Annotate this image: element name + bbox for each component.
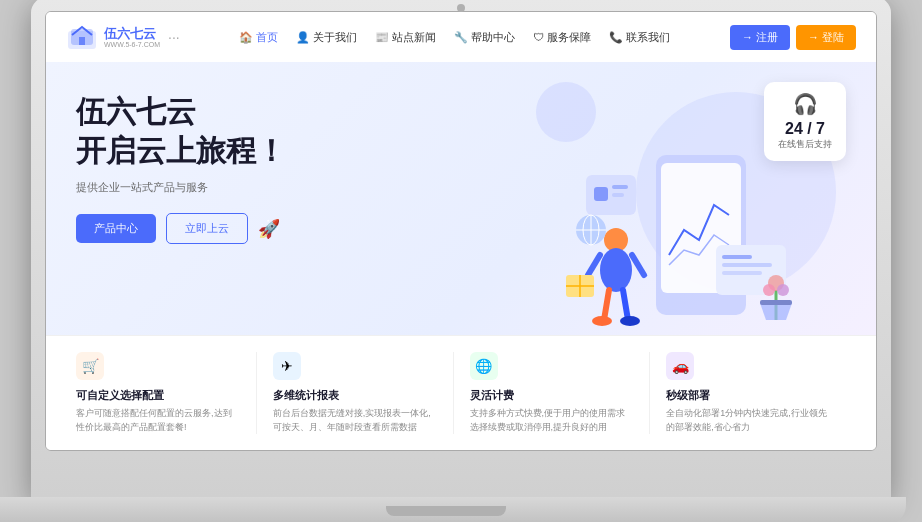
support-text: 在线售后支持 [778,138,832,151]
hero-illustration [526,135,826,335]
hero-buttons: 产品中心 立即上云 🚀 [76,213,506,244]
laptop-body: 伍六七云 WWW.5-6-7.COM ··· 🏠 首页 👤 关于我们 [31,0,891,497]
camera [457,4,465,12]
feature-item-3: 🚗 秒级部署 全自动化部署1分钟内快速完成,行业领先的部署效能,省心省力 [666,352,846,434]
svg-rect-9 [586,175,636,215]
hero-subtitle: 提供企业一站式产品与服务 [76,180,506,195]
svg-line-17 [604,290,609,320]
nav-home-label: 首页 [256,30,278,45]
hero-title-line2: 开启云上旅程！ [76,134,286,167]
svg-point-20 [620,316,640,326]
news-icon: 📰 [375,31,389,44]
svg-rect-10 [594,187,608,201]
hero-main: 伍六七云 开启云上旅程！ 提供企业一站式产品与服务 产品中心 立即上云 🚀 [46,62,876,335]
launch-cloud-button[interactable]: 立即上云 [166,213,248,244]
login-label: 登陆 [822,30,844,45]
contact-icon: 📞 [609,31,623,44]
arrow-icon: 🚀 [258,218,280,240]
nav-item-news[interactable]: 📰 站点新闻 [367,26,444,49]
feature-icon-2: 🌐 [470,352,498,380]
headset-icon: 🎧 [793,92,818,116]
feature-item-2: 🌐 灵活计费 支持多种方式快费,便于用户的使用需求选择续费或取消停用,提升良好的… [470,352,651,434]
register-button[interactable]: → 注册 [730,25,790,50]
nav-item-help[interactable]: 🔧 帮助中心 [446,26,523,49]
hero-title-line1: 伍六七云 [76,95,196,128]
nav-help-label: 帮助中心 [471,30,515,45]
svg-point-27 [763,284,775,296]
feature-title-3: 秒级部署 [666,388,830,403]
login-button[interactable]: → 登陆 [796,25,856,50]
laptop-base [0,497,906,522]
feature-title-0: 可自定义选择配置 [76,388,240,403]
logo-text-area: 伍六七云 WWW.5-6-7.COM [104,26,160,49]
svg-line-15 [588,255,600,275]
feature-title-2: 灵活计费 [470,388,634,403]
laptop-wrapper: 伍六七云 WWW.5-6-7.COM ··· 🏠 首页 👤 关于我们 [16,0,906,522]
nav-news-label: 站点新闻 [392,30,436,45]
register-icon: → [742,31,753,43]
home-icon: 🏠 [239,31,253,44]
svg-rect-8 [722,271,762,275]
svg-rect-6 [722,255,752,259]
support-number: 24 / 7 [785,120,825,138]
product-center-button[interactable]: 产品中心 [76,214,156,243]
navbar: 伍六七云 WWW.5-6-7.COM ··· 🏠 首页 👤 关于我们 [46,12,876,62]
feature-icon-0: 🛒 [76,352,104,380]
hero-title: 伍六七云 开启云上旅程！ [76,92,506,170]
svg-point-14 [600,248,632,292]
logo-main: 伍六七云 [104,26,160,42]
feature-icon-3: 🚗 [666,352,694,380]
nav-item-about[interactable]: 👤 关于我们 [288,26,365,49]
login-icon: → [808,31,819,43]
feature-desc-1: 前台后台数据无缝对接,实现报表一体化,可按天、月、年随时段查看所需数据 [273,407,437,434]
laptop-notch [386,506,506,516]
svg-line-18 [623,290,628,320]
svg-line-16 [632,255,644,275]
about-icon: 👤 [296,31,310,44]
svg-point-28 [777,284,789,296]
feature-desc-3: 全自动化部署1分钟内快速完成,行业领先的部署效能,省心省力 [666,407,830,434]
hero-left: 伍六七云 开启云上旅程！ 提供企业一站式产品与服务 产品中心 立即上云 🚀 [76,82,506,335]
feature-desc-2: 支持多种方式快费,便于用户的使用需求选择续费或取消停用,提升良好的用 [470,407,634,434]
support-badge: 🎧 24 / 7 在线售后支持 [764,82,846,161]
nav-links: 🏠 首页 👤 关于我们 📰 站点新闻 🔧 [192,26,718,49]
laptop-screen: 伍六七云 WWW.5-6-7.COM ··· 🏠 首页 👤 关于我们 [45,11,877,451]
nav-contact-label: 联系我们 [626,30,670,45]
deco-circle-small [536,82,596,142]
feature-title-1: 多维统计报表 [273,388,437,403]
feature-desc-0: 客户可随意搭配任何配置的云服务,达到性价比最高的产品配置套餐! [76,407,240,434]
nav-buttons: → 注册 → 登陆 [730,25,856,50]
logo-area: 伍六七云 WWW.5-6-7.COM ··· [66,23,180,51]
website: 伍六七云 WWW.5-6-7.COM ··· 🏠 首页 👤 关于我们 [46,12,876,450]
nav-about-label: 关于我们 [313,30,357,45]
hero-section: 伍六七云 开启云上旅程！ 提供企业一站式产品与服务 产品中心 立即上云 🚀 [46,62,876,335]
feature-item-1: ✈ 多维统计报表 前台后台数据无缝对接,实现报表一体化,可按天、月、年随时段查看… [273,352,454,434]
logo-sub: WWW.5-6-7.COM [104,41,160,48]
features-bar: 🛒 可自定义选择配置 客户可随意搭配任何配置的云服务,达到性价比最高的产品配置套… [46,335,876,450]
nav-service-label: 服务保障 [547,30,591,45]
svg-rect-11 [612,185,628,189]
service-icon: 🛡 [533,31,544,43]
nav-item-contact[interactable]: 📞 联系我们 [601,26,678,49]
svg-rect-7 [722,263,772,267]
svg-point-19 [592,316,612,326]
svg-rect-29 [760,300,792,305]
register-label: 注册 [756,30,778,45]
feature-icon-1: ✈ [273,352,301,380]
feature-item-0: 🛒 可自定义选择配置 客户可随意搭配任何配置的云服务,达到性价比最高的产品配置套… [76,352,257,434]
nav-item-service[interactable]: 🛡 服务保障 [525,26,599,49]
help-icon: 🔧 [454,31,468,44]
svg-rect-2 [79,37,85,45]
nav-item-home[interactable]: 🏠 首页 [231,26,286,49]
logo-dots: ··· [168,29,180,45]
svg-rect-12 [612,193,624,197]
logo-svg [66,23,98,51]
